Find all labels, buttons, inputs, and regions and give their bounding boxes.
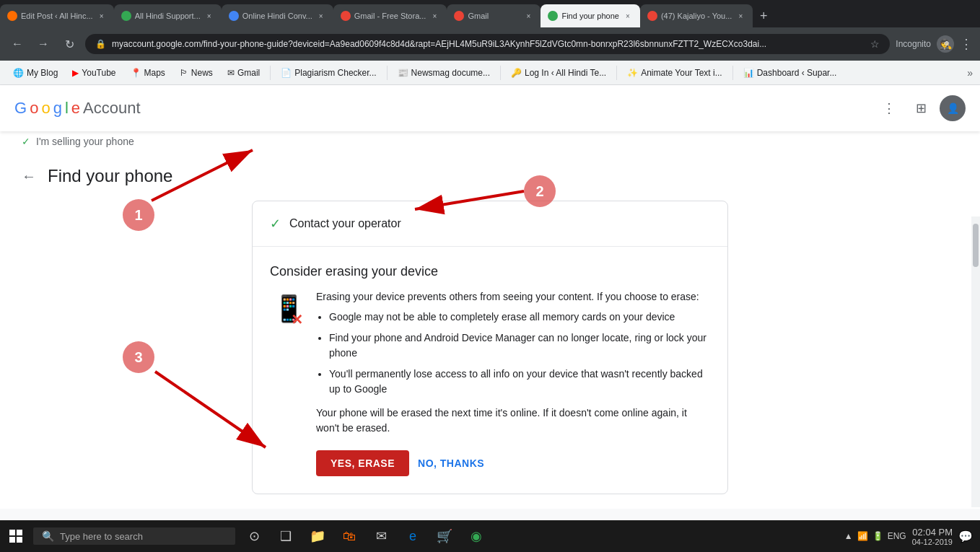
- network-icon: ▲: [844, 531, 853, 541]
- plagiarism-label: Plagiarism Checker...: [294, 68, 376, 78]
- tab-close-7[interactable]: ×: [735, 11, 745, 21]
- youtube-icon: ▶: [72, 68, 79, 78]
- main-card: ✓ Contact your operator Consider erasing…: [252, 201, 728, 494]
- scrollbar[interactable]: [971, 216, 980, 507]
- bookmark-gmail[interactable]: ✉ Gmail: [222, 65, 266, 81]
- phone-erase-icon: 📱 ✕: [270, 291, 305, 476]
- back-arrow-button[interactable]: ←: [22, 168, 36, 185]
- tab-close-3[interactable]: ×: [316, 11, 326, 21]
- bookmark-dashboard[interactable]: 📊 Dashboard ‹ Supar...: [738, 65, 843, 81]
- ms-store-2-icon[interactable]: 🛒: [430, 520, 459, 552]
- wifi-icon: 📶: [857, 531, 868, 541]
- incognito-icon: 🕵: [937, 35, 954, 53]
- partial-top-text: ✓ I'm selling your phone: [0, 131, 980, 152]
- tab-close-5[interactable]: ×: [523, 11, 533, 21]
- partial-text: I'm selling your phone: [36, 136, 134, 147]
- plagiarism-icon: 📄: [281, 68, 292, 78]
- back-button[interactable]: ←: [7, 34, 27, 54]
- maps-icon: 📍: [131, 68, 141, 78]
- more-options-icon[interactable]: ⋮: [960, 36, 973, 52]
- clock-time: 02:04 PM: [912, 527, 953, 538]
- cortana-icon[interactable]: ⊙: [240, 520, 268, 552]
- tab-close-4[interactable]: ×: [429, 11, 439, 21]
- notification-icon[interactable]: 💬: [958, 530, 973, 543]
- erase-actions: YES, ERASE NO, THANKS: [316, 450, 710, 476]
- forward-button[interactable]: →: [33, 34, 53, 54]
- erase-title: Consider erasing your device: [270, 264, 710, 279]
- bookmark-maps[interactable]: 📍 Maps: [125, 65, 171, 81]
- bookmarks-more[interactable]: »: [967, 67, 973, 79]
- search-placeholder: Type here to search: [60, 531, 143, 542]
- tab-favicon-6: [548, 11, 558, 21]
- bookmark-news[interactable]: 🏳 News: [174, 65, 219, 81]
- bookmark-separator-5: [732, 66, 733, 80]
- myblog-icon: 🌐: [13, 68, 24, 78]
- bookmark-login[interactable]: 🔑 Log In ‹ All Hindi Te...: [505, 65, 612, 81]
- apps-grid-icon[interactable]: ⊞: [908, 95, 934, 121]
- tab-favicon-2: [121, 11, 131, 21]
- tab-favicon-3: [229, 11, 239, 21]
- bookmark-youtube[interactable]: ▶ YouTube: [66, 65, 121, 81]
- mail-icon[interactable]: ✉: [367, 520, 395, 552]
- file-explorer-icon[interactable]: 📁: [303, 520, 332, 552]
- dashboard-label: Dashboard ‹ Supar...: [757, 68, 837, 78]
- bookmark-plagiarism[interactable]: 📄 Plagiarism Checker...: [275, 65, 382, 81]
- no-thanks-button[interactable]: NO, THANKS: [418, 457, 484, 469]
- address-bar: ← → ↻ 🔒 myaccount.google.com/find-your-p…: [0, 27, 980, 61]
- url-bar[interactable]: 🔒 myaccount.google.com/find-your-phone-g…: [85, 34, 890, 54]
- content-area: ✓ Contact your operator Consider erasing…: [0, 201, 980, 509]
- tab-edit-post[interactable]: Edit Post ‹ All Hinc... ×: [0, 4, 114, 27]
- erase-body: 📱 ✕ Erasing your device prevents others …: [270, 291, 710, 476]
- more-menu-icon[interactable]: ⋮: [876, 95, 902, 121]
- bookmark-myblog[interactable]: 🌐 My Blog: [7, 65, 64, 81]
- edge-icon[interactable]: e: [398, 520, 427, 552]
- tab-title-7: (47) Kajaliyo - You...: [661, 12, 732, 20]
- refresh-button[interactable]: ↻: [59, 34, 79, 54]
- tab-gmail-1[interactable]: Gmail - Free Stora... ×: [333, 4, 447, 27]
- clock: 02:04 PM 04-12-2019: [912, 527, 953, 546]
- tab-online-hindi[interactable]: Online Hindi Conv... ×: [222, 4, 333, 27]
- newsmag-icon: 📰: [398, 68, 408, 78]
- tab-youtube[interactable]: (47) Kajaliyo - You... ×: [640, 4, 753, 27]
- scrollbar-thumb[interactable]: [973, 224, 979, 267]
- login-icon: 🔑: [511, 68, 522, 78]
- new-tab-button[interactable]: +: [753, 4, 774, 27]
- erase-bullets-list: Google may not be able to completely era…: [316, 310, 710, 397]
- google-logo: Google Account: [14, 99, 141, 118]
- task-view-icon[interactable]: ❑: [271, 520, 300, 552]
- url-text: myaccount.google.com/find-your-phone-gui…: [112, 39, 865, 49]
- bookmark-animate[interactable]: ✨ Animate Your Text i...: [621, 65, 728, 81]
- tab-favicon-5: [454, 11, 464, 21]
- tab-close-2[interactable]: ×: [204, 11, 214, 21]
- start-button[interactable]: [0, 520, 32, 552]
- star-icon[interactable]: ☆: [870, 38, 880, 50]
- page-content: ✓ I'm selling your phone ← Find your pho…: [0, 131, 980, 539]
- taskbar-icons: ⊙ ❑ 📁 🛍 ✉ e 🛒 ◉: [237, 520, 494, 552]
- tab-close-1[interactable]: ×: [97, 11, 107, 21]
- tab-all-hindi[interactable]: All Hindi Support... ×: [114, 4, 222, 27]
- tab-find-phone[interactable]: Find your phone ×: [541, 4, 640, 27]
- taskbar-search[interactable]: 🔍 Type here to search: [33, 527, 235, 545]
- erase-intro-text: Erasing your device prevents others from…: [316, 291, 710, 302]
- tab-favicon-7: [647, 11, 657, 21]
- gmail-icon: ✉: [227, 68, 235, 78]
- myblog-label: My Blog: [27, 68, 58, 78]
- ms-store-icon[interactable]: 🛍: [335, 520, 364, 552]
- tab-close-6[interactable]: ×: [623, 11, 633, 21]
- tab-title-2: All Hindi Support...: [135, 12, 201, 20]
- taskbar: 🔍 Type here to search ⊙ ❑ 📁 🛍 ✉ e 🛒 ◉ ▲ …: [0, 520, 980, 552]
- contact-operator-text: Contact your operator: [289, 217, 401, 230]
- erase-content: Erasing your device prevents others from…: [316, 291, 710, 476]
- tab-favicon-1: [7, 11, 17, 21]
- account-label: Account: [83, 99, 141, 118]
- chrome-icon[interactable]: ◉: [462, 520, 491, 552]
- yes-erase-button[interactable]: YES, ERASE: [316, 450, 409, 476]
- system-tray: ▲ 📶 🔋 ENG: [844, 531, 906, 541]
- address-bar-right: Incognito 🕵 ⋮: [896, 35, 973, 53]
- erase-bullet-3: You'll permanently lose access to all in…: [329, 367, 710, 397]
- tab-gmail-2[interactable]: Gmail ×: [447, 4, 541, 27]
- user-avatar[interactable]: 👤: [940, 95, 966, 121]
- checkmark-icon: ✓: [270, 216, 281, 232]
- tab-title-4: Gmail - Free Stora...: [354, 12, 426, 20]
- bookmark-newsmag[interactable]: 📰 Newsmag docume...: [392, 65, 496, 81]
